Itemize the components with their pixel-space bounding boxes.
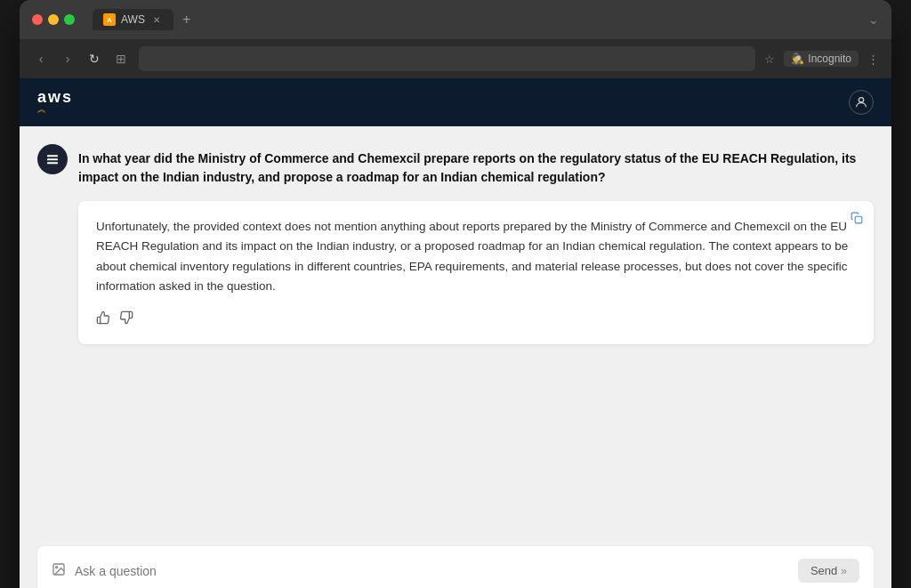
answer-text: Unfortunately, the provided context does… — [96, 217, 856, 296]
input-box: Send » — [37, 546, 874, 588]
address-bar[interactable] — [139, 46, 755, 71]
svg-rect-3 — [47, 162, 58, 164]
incognito-label: Incognito — [808, 52, 851, 65]
user-avatar[interactable] — [849, 90, 874, 115]
reload-button[interactable]: ↻ — [85, 52, 103, 66]
browser-nav: ‹ › ↻ ⊞ ☆ 🕵 Incognito ⋮ — [20, 39, 891, 78]
copy-icon[interactable] — [851, 212, 863, 227]
active-tab[interactable]: A AWS ✕ — [93, 9, 173, 30]
more-menu-button[interactable]: ⋮ — [867, 52, 879, 66]
incognito-icon: 🕵 — [791, 52, 804, 65]
image-attachment-icon[interactable] — [52, 562, 66, 580]
app-header: aws ︽ — [20, 78, 891, 126]
question-input[interactable] — [75, 564, 789, 578]
chat-area: In what year did the Ministry of Commerc… — [20, 126, 891, 536]
thumbs-up-button[interactable] — [96, 310, 110, 328]
question-block: In what year did the Ministry of Commerc… — [37, 144, 874, 187]
maximize-button[interactable] — [64, 14, 75, 25]
send-button[interactable]: Send » — [798, 559, 859, 583]
traffic-lights — [32, 14, 75, 25]
back-button[interactable]: ‹ — [32, 52, 50, 66]
browser-titlebar: A AWS ✕ + ⌄ — [20, 0, 891, 39]
question-text: In what year did the Ministry of Commerc… — [78, 144, 874, 187]
nav-right: ☆ 🕵 Incognito ⋮ — [764, 51, 879, 67]
window-controls-chevron[interactable]: ⌄ — [868, 12, 879, 27]
incognito-badge: 🕵 Incognito — [784, 51, 859, 67]
forward-button[interactable]: › — [59, 52, 77, 66]
chat-avatar-icon — [37, 144, 68, 174]
tab-close-button[interactable]: ✕ — [150, 13, 163, 26]
svg-rect-4 — [855, 216, 862, 223]
minimize-button[interactable] — [48, 14, 59, 25]
split-button[interactable]: ⊞ — [112, 52, 130, 66]
send-arrow-icon: » — [841, 565, 847, 577]
aws-logo: aws ︽ — [37, 89, 73, 116]
app-content: aws ︽ In what — [20, 78, 891, 588]
answer-card: Unfortunately, the provided context does… — [78, 201, 874, 344]
tab-favicon: A — [103, 13, 116, 26]
new-tab-button[interactable]: + — [177, 10, 196, 29]
svg-rect-1 — [47, 155, 58, 157]
close-button[interactable] — [32, 14, 43, 25]
input-area: Send » — [20, 536, 891, 588]
bookmark-icon[interactable]: ☆ — [764, 52, 775, 66]
svg-point-6 — [56, 566, 58, 568]
svg-point-0 — [859, 98, 863, 102]
aws-swoosh: ︽ — [37, 103, 46, 116]
feedback-icons — [96, 310, 856, 328]
svg-rect-2 — [47, 158, 58, 160]
tab-title: AWS — [121, 13, 145, 26]
browser-window: A AWS ✕ + ⌄ ‹ › ↻ ⊞ ☆ 🕵 Incognito ⋮ — [20, 0, 891, 588]
tab-bar: A AWS ✕ + — [93, 9, 196, 30]
thumbs-down-button[interactable] — [119, 310, 133, 328]
